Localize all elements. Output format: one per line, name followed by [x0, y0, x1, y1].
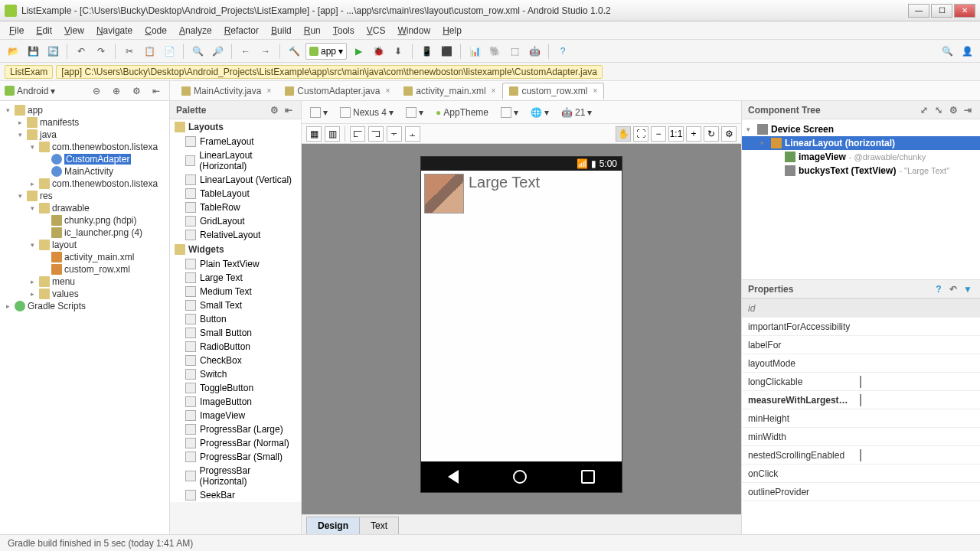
menu-tools[interactable]: Tools — [327, 23, 361, 38]
property-row[interactable]: layoutMode — [742, 354, 980, 373]
palette-item[interactable]: CheckBox — [170, 354, 301, 367]
breadcrumb-root[interactable]: ListExam — [5, 65, 53, 79]
palette-item[interactable]: ProgressBar (Normal) — [170, 436, 301, 450]
search-icon[interactable]: 🔍 — [939, 43, 956, 60]
open-icon[interactable]: 📂 — [5, 43, 21, 60]
property-row[interactable]: importantForAccessibility — [742, 318, 980, 336]
close-icon[interactable]: × — [385, 86, 390, 95]
component-tree[interactable]: ▾Device Screen▾LinearLayout (horizontal)… — [742, 119, 980, 280]
component-tree-item[interactable]: imageView - @drawable/chunky — [742, 150, 980, 164]
palette-item[interactable]: ProgressBar (Horizontal) — [170, 464, 301, 488]
close-icon[interactable]: × — [593, 86, 597, 95]
run-config-combo[interactable]: app ▾ — [305, 43, 347, 60]
tree-item[interactable]: ▾java — [0, 129, 169, 141]
layout-content[interactable]: Large Text — [421, 171, 622, 461]
save-icon[interactable]: 💾 — [24, 43, 41, 60]
menu-run[interactable]: Run — [298, 23, 327, 38]
palette-item[interactable]: RelativeLayout — [170, 228, 301, 242]
property-row[interactable]: minWidth — [742, 428, 980, 446]
tree-item[interactable]: ▸values — [0, 288, 169, 300]
palette-item[interactable]: TableLayout — [170, 187, 301, 201]
tree-item[interactable]: ic_launcher.png (4) — [0, 227, 169, 239]
menu-navigate[interactable]: Navigate — [90, 23, 139, 38]
tree-item[interactable]: ▸manifests — [0, 116, 169, 129]
imageview-thumb[interactable] — [424, 174, 464, 214]
user-icon[interactable]: 👤 — [959, 43, 975, 60]
property-row[interactable]: labelFor — [742, 336, 980, 354]
help-icon[interactable]: ? — [554, 43, 571, 60]
checkbox[interactable] — [860, 394, 861, 406]
device-combo[interactable]: Nexus 4▾ — [336, 106, 397, 119]
palette-item[interactable]: ProgressBar (Small) — [170, 450, 301, 464]
copy-icon[interactable]: 📋 — [141, 43, 158, 60]
paste-icon[interactable]: 📄 — [161, 43, 178, 60]
palette-item[interactable]: FrameLayout — [170, 135, 301, 148]
menu-help[interactable]: Help — [436, 23, 468, 38]
palette-item[interactable]: ImageView — [170, 409, 301, 422]
checkbox[interactable] — [860, 376, 861, 388]
tree-item[interactable]: ▸Gradle Scripts — [0, 300, 169, 312]
palette-item[interactable]: LinearLayout (Horizontal) — [170, 148, 301, 173]
property-row[interactable]: id — [742, 299, 980, 318]
properties-panel[interactable]: idimportantForAccessibilitylabelForlayou… — [742, 298, 980, 534]
tree-item[interactable]: activity_main.xml — [0, 251, 169, 263]
tree-item[interactable]: chunky.png (hdpi) — [0, 214, 169, 227]
gear-icon[interactable]: ⚙ — [947, 104, 959, 116]
zoom-100-icon[interactable]: 1:1 — [668, 126, 684, 142]
design-canvas[interactable]: 📶 ▮ 5:00 Large Text — [302, 144, 741, 514]
redo-icon[interactable]: ↷ — [93, 43, 109, 60]
debug-icon[interactable]: 🐞 — [370, 43, 387, 60]
menu-window[interactable]: Window — [391, 23, 436, 38]
property-row[interactable]: longClickable — [742, 373, 980, 391]
api-combo[interactable]: 🤖21▾ — [557, 106, 596, 119]
align-icon[interactable]: ⫍ — [350, 126, 365, 142]
palette-item[interactable]: LinearLayout (Vertical) — [170, 173, 301, 187]
replace-icon[interactable]: 🔎 — [209, 43, 226, 60]
menu-vcs[interactable]: VCS — [361, 23, 392, 38]
theme-combo[interactable]: ●AppTheme — [432, 106, 492, 119]
menu-file[interactable]: File — [3, 23, 30, 38]
undo-icon[interactable]: ↶ — [73, 43, 90, 60]
tree-item[interactable]: ▸menu — [0, 276, 169, 288]
hide-icon[interactable]: ⇤ — [283, 104, 295, 116]
attach-icon[interactable]: ⬇ — [390, 43, 407, 60]
sync-icon[interactable]: 🔄 — [44, 43, 61, 60]
tree-item[interactable]: custom_row.xml — [0, 263, 169, 276]
palette-item[interactable]: Plain TextView — [170, 257, 301, 271]
palette-item[interactable]: GridLayout — [170, 214, 301, 228]
menu-build[interactable]: Build — [265, 23, 298, 38]
component-tree-item[interactable]: ▾Device Screen — [742, 122, 980, 136]
grid-icon[interactable]: ▦ — [306, 126, 322, 142]
tree-item[interactable]: CustomAdapter — [0, 153, 169, 165]
activity-combo[interactable]: ▾ — [497, 106, 522, 119]
palette-item[interactable]: RadioButton — [170, 340, 301, 354]
menu-code[interactable]: Code — [139, 23, 173, 38]
tab-text[interactable]: Text — [359, 517, 399, 534]
expand-icon[interactable]: ⤢ — [918, 104, 930, 116]
palette-item[interactable]: TableRow — [170, 201, 301, 214]
hide-icon[interactable]: ⇤ — [148, 83, 165, 99]
palette-item[interactable]: Small Button — [170, 326, 301, 340]
help-icon[interactable]: ? — [933, 283, 945, 295]
locale-combo[interactable]: 🌐▾ — [527, 106, 553, 119]
tab-custom_row-xml[interactable]: custom_row.xml× — [502, 83, 604, 99]
palette-item[interactable]: Large Text — [170, 271, 301, 285]
tree-item[interactable]: ▾com.thenewboston.listexa — [0, 141, 169, 153]
minimize-button[interactable]: — — [908, 4, 929, 18]
monitor-icon[interactable]: 📊 — [466, 43, 483, 60]
blueprint-icon[interactable]: ▥ — [325, 126, 340, 142]
structure-icon[interactable]: ⬚ — [506, 43, 523, 60]
tree-item[interactable]: ▾app — [0, 104, 169, 116]
project-view-combo[interactable]: Android ▾ — [5, 86, 85, 96]
palette-item[interactable]: ImageButton — [170, 395, 301, 409]
filter-icon[interactable]: ▼ — [962, 283, 974, 295]
zoom-out-icon[interactable]: − — [651, 126, 666, 142]
align3-icon[interactable]: ⫟ — [387, 126, 402, 142]
android-icon2[interactable]: 🤖 — [526, 43, 543, 60]
checkbox[interactable] — [860, 449, 861, 461]
project-pane[interactable]: ▾app▸manifests▾java▾com.thenewboston.lis… — [0, 101, 170, 534]
zoom-in-icon[interactable]: + — [686, 126, 701, 142]
zoom-fit-icon[interactable]: ⛶ — [633, 126, 648, 142]
back-icon[interactable]: ← — [237, 43, 254, 60]
tree-item[interactable]: MainActivity — [0, 165, 169, 178]
